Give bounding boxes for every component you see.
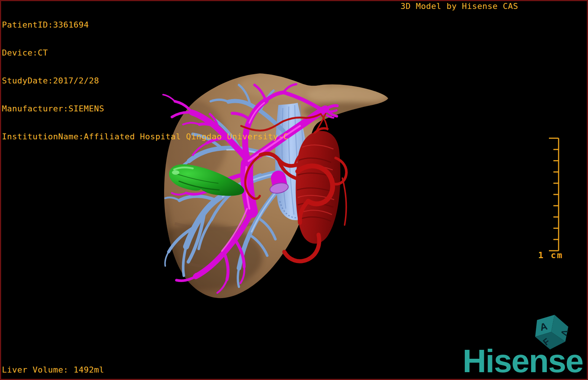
- study-date: StudyDate:2017/2/28: [2, 76, 288, 85]
- watermark-title: 3D Model by Hisense CAS: [400, 1, 518, 11]
- patient-info-overlay: PatientID:3361694 Device:CT StudyDate:20…: [2, 1, 288, 160]
- device: Device:CT: [2, 48, 288, 57]
- patient-id: PatientID:3361694: [2, 20, 288, 29]
- viewer-window: A F V PatientID:3361694 Device:CT StudyD…: [0, 0, 588, 380]
- manufacturer: Manufacturer:SIEMENS: [2, 104, 288, 113]
- hisense-logo: Hisense: [463, 345, 583, 377]
- scale-bar-label: 1 cm: [538, 250, 563, 260]
- institution-name: InstitutionName:Affiliated Hospital Qing…: [2, 132, 288, 141]
- liver-volume-readout: Liver Volume: 1492ml: [2, 365, 104, 374]
